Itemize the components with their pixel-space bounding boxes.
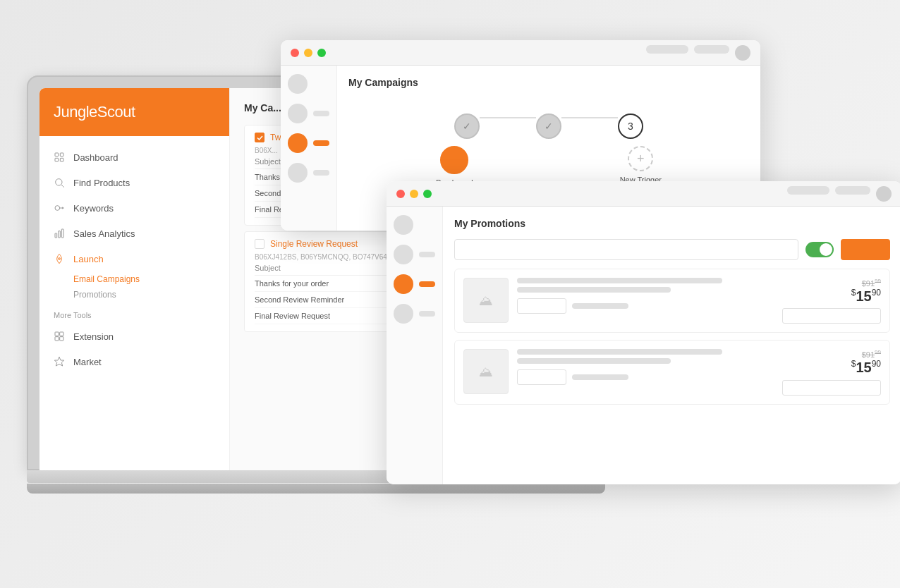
logo: JungleScout xyxy=(54,103,135,121)
sidebar-item-market[interactable]: Market xyxy=(39,349,229,374)
svg-rect-15 xyxy=(60,332,63,336)
flow-node-1: ✓ xyxy=(454,114,480,139)
promo-small-input-1[interactable] xyxy=(517,298,566,314)
toolbar-circle[interactable] xyxy=(735,45,750,61)
campaigns-window-sidebar xyxy=(281,66,337,231)
svg-rect-3 xyxy=(60,158,63,161)
sidebar-item-extension-label: Extension xyxy=(73,331,114,342)
promo-small-input-2[interactable] xyxy=(517,369,566,385)
toolbar-pill-1 xyxy=(646,45,688,54)
sidebar-item-extension[interactable]: Extension xyxy=(39,324,229,349)
ws-item-4 xyxy=(288,163,329,183)
svg-marker-18 xyxy=(54,357,63,366)
campaign-2-checkbox[interactable] xyxy=(255,239,264,249)
promo-ws-avatar-1 xyxy=(394,215,413,235)
promo-lines-1 xyxy=(517,278,774,293)
promotions-titlebar xyxy=(387,181,900,207)
price-sale-2-value: 15 xyxy=(856,360,871,375)
campaigns-window-title: My Campaigns xyxy=(348,77,749,88)
promo-search-input[interactable] xyxy=(454,239,798,260)
traffic-light-green[interactable] xyxy=(317,49,326,57)
promotions-window-sidebar xyxy=(387,207,443,484)
promotions-tl-yellow[interactable] xyxy=(410,190,418,198)
price-original-1-cents: 99 xyxy=(875,278,881,284)
sidebar-nav: Dashboard Find Products Keywords xyxy=(39,136,229,470)
sidebar-item-find-products[interactable]: Find Products xyxy=(39,170,229,195)
flow-circle-1: ✓ xyxy=(454,114,480,139)
campaigns-flow: ✓ ✓ 3 xyxy=(348,99,749,153)
promo-line-2-2 xyxy=(517,358,671,364)
promotions-tl-red[interactable] xyxy=(396,190,405,198)
price-original-2-cents: 99 xyxy=(875,349,881,355)
sidebar-item-dashboard[interactable]: Dashboard xyxy=(39,145,229,170)
sidebar-sub-promotions[interactable]: Promotions xyxy=(39,287,229,302)
ws-line-4 xyxy=(313,170,329,176)
price-sale-1-cents: 90 xyxy=(872,288,881,298)
traffic-light-yellow[interactable] xyxy=(304,49,312,57)
sidebar-item-launch[interactable]: Launch xyxy=(39,246,229,271)
campaign-1-checkbox[interactable] xyxy=(255,133,264,142)
sidebar-item-find-products-label: Find Products xyxy=(73,178,130,188)
promo-ws-avatar-2 xyxy=(394,245,413,264)
rocket-icon xyxy=(54,253,65,264)
sidebar-sub-email-campaigns[interactable]: Email Campaigns xyxy=(39,271,229,287)
promo-input-row-2 xyxy=(517,369,774,385)
price-original-1: $9199 xyxy=(782,278,881,288)
promotions-toolbar-circle[interactable] xyxy=(876,186,892,202)
promotions-toolbar-pill-2 xyxy=(835,186,870,195)
price-sale-2-cents: 90 xyxy=(872,359,881,369)
promo-input-row-1 xyxy=(517,298,774,314)
promo-ws-line-4 xyxy=(419,311,435,317)
price-sale-2: $1590 xyxy=(782,359,881,376)
price-sale-1: $1590 xyxy=(782,288,881,305)
flow-circle-3: 3 xyxy=(618,114,643,139)
promotions-toolbar-pill-1 xyxy=(787,186,829,195)
sidebar-header: JungleScout xyxy=(39,88,229,136)
star-icon xyxy=(54,356,65,367)
promo-big-input-2[interactable] xyxy=(782,380,881,396)
checkmark-icon xyxy=(257,135,263,140)
promo-orange-button[interactable] xyxy=(841,239,890,260)
promotions-tl-green[interactable] xyxy=(423,190,432,198)
more-tools-label: More Tools xyxy=(39,302,229,324)
promo-ws-item-3[interactable] xyxy=(394,274,435,294)
promo-line-1-2 xyxy=(517,287,671,293)
promo-price-2: $9199 $1590 xyxy=(782,349,881,395)
promo-toolbar xyxy=(454,239,890,260)
svg-rect-14 xyxy=(55,332,59,336)
promotions-window-main: My Promotions ⛰ xyxy=(443,207,900,484)
price-original-1-value: 91 xyxy=(866,279,875,288)
logo-part1: Jungle xyxy=(54,103,97,121)
svg-line-5 xyxy=(61,185,64,188)
laptop-foot xyxy=(27,484,605,494)
svg-rect-1 xyxy=(60,153,63,157)
sidebar-item-dashboard-label: Dashboard xyxy=(73,152,118,163)
svg-point-13 xyxy=(59,258,61,260)
promo-thumb-1: ⛰ xyxy=(463,278,509,323)
promo-details-1 xyxy=(517,278,774,314)
scene: JungleScout Dashboard Find Products xyxy=(27,19,873,569)
promo-price-input-row-2 xyxy=(782,380,881,396)
ws-avatar-active xyxy=(288,133,308,153)
promo-ws-item-4 xyxy=(394,304,435,324)
flow-circle-2: ✓ xyxy=(536,114,561,139)
promo-toggle[interactable] xyxy=(805,242,834,257)
promotions-window-title: My Promotions xyxy=(454,218,890,229)
ws-line-2 xyxy=(313,111,329,116)
traffic-light-red[interactable] xyxy=(291,49,299,57)
sidebar-item-sales-analytics[interactable]: Sales Analytics xyxy=(39,221,229,246)
extension-icon xyxy=(54,331,65,342)
sidebar-item-market-label: Market xyxy=(73,357,102,367)
promo-details-2 xyxy=(517,349,774,385)
flow-node-3: 3 xyxy=(618,114,643,139)
image-placeholder-icon-2: ⛰ xyxy=(479,364,493,380)
ws-item-3[interactable] xyxy=(288,133,329,153)
svg-rect-2 xyxy=(55,158,59,161)
price-original-2: $9199 xyxy=(782,349,881,359)
promo-ws-line-2 xyxy=(419,252,435,257)
promo-small-line-2 xyxy=(572,374,628,380)
promo-lines-2 xyxy=(517,349,774,364)
sidebar-item-keywords[interactable]: Keywords xyxy=(39,195,229,221)
promo-big-input-1[interactable] xyxy=(782,308,881,324)
svg-rect-17 xyxy=(60,337,63,341)
